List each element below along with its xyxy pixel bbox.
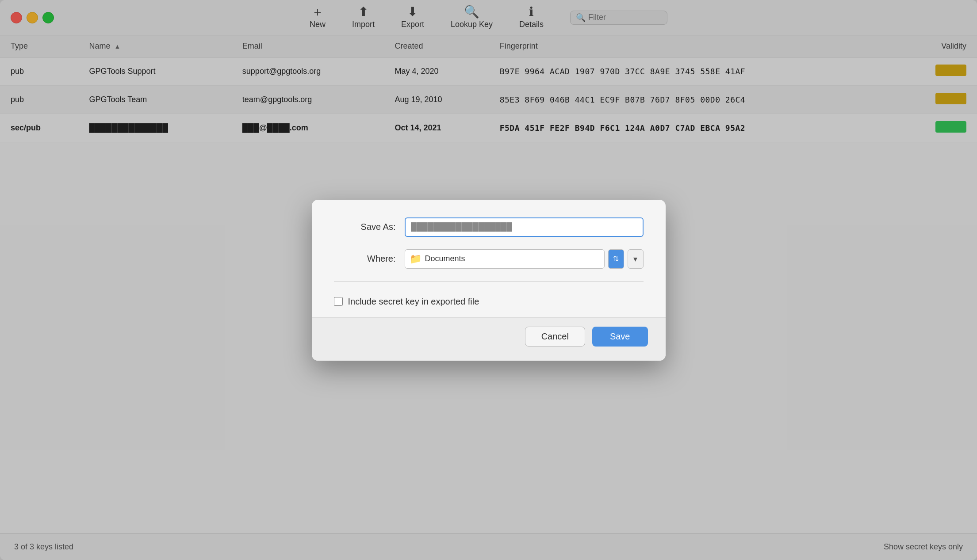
folder-icon: 📁 bbox=[410, 253, 421, 265]
include-secret-key-row: Include secret key in exported file bbox=[334, 297, 644, 307]
dialog-overlay: Save As: Where: 📁 Documents ⇅ ▾ bbox=[0, 0, 977, 560]
save-as-label: Save As: bbox=[334, 222, 396, 232]
where-label: Where: bbox=[334, 254, 396, 264]
where-dropdown[interactable]: 📁 Documents bbox=[405, 249, 605, 269]
include-secret-key-label[interactable]: Include secret key in exported file bbox=[348, 297, 479, 307]
cancel-button[interactable]: Cancel bbox=[525, 327, 585, 347]
dialog-divider bbox=[334, 281, 644, 282]
where-row: Where: 📁 Documents ⇅ ▾ bbox=[334, 249, 644, 269]
save-button[interactable]: Save bbox=[592, 327, 648, 347]
where-stepper[interactable]: ⇅ bbox=[608, 249, 624, 269]
dialog-options: Include secret key in exported file bbox=[312, 292, 666, 317]
save-as-row: Save As: bbox=[334, 217, 644, 237]
where-expand-button[interactable]: ▾ bbox=[628, 249, 644, 269]
where-selector: 📁 Documents ⇅ ▾ bbox=[405, 249, 644, 269]
save-as-input[interactable] bbox=[405, 217, 644, 237]
dialog-body: Save As: Where: 📁 Documents ⇅ ▾ bbox=[312, 200, 666, 282]
main-window: ＋ New ⬆ Import ⬇ Export 🔍 Lookup Key ℹ D… bbox=[0, 0, 977, 560]
include-secret-key-checkbox[interactable] bbox=[334, 297, 343, 306]
dialog-buttons: Cancel Save bbox=[312, 317, 666, 361]
save-dialog: Save As: Where: 📁 Documents ⇅ ▾ bbox=[312, 200, 666, 361]
where-value: Documents bbox=[425, 254, 465, 263]
